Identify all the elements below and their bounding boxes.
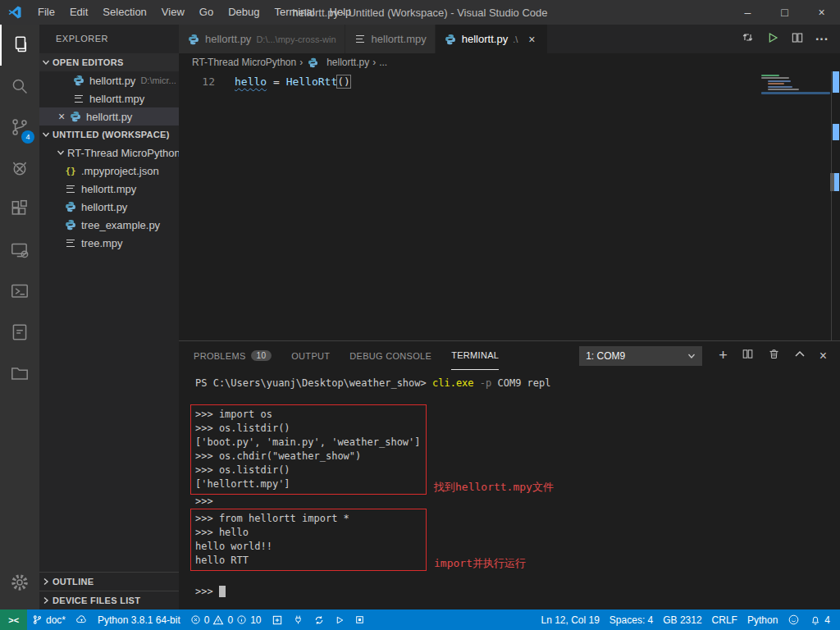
open-editor-item[interactable]: hellortt.py D:\micr... (39, 71, 179, 89)
close-panel-icon[interactable]: × (819, 349, 827, 363)
folder-icon[interactable] (0, 353, 39, 394)
remote-device-icon[interactable] (0, 230, 39, 271)
maximize-panel-icon[interactable] (794, 349, 806, 363)
terminal-instance-select[interactable]: 1: COM9 (579, 346, 702, 366)
settings-gear-icon[interactable] (0, 562, 39, 603)
menu-selection[interactable]: Selection (95, 0, 153, 25)
remote-indicator[interactable]: >< (0, 609, 27, 630)
scrollbar-thumb[interactable] (830, 173, 834, 191)
notification-count: 4 (824, 614, 830, 626)
problems-status[interactable]: 0 0 10 (185, 609, 267, 630)
sync-download-icon[interactable] (741, 30, 755, 48)
tab-debug-console[interactable]: DEBUG CONSOLE (349, 341, 431, 370)
menu-view[interactable]: View (154, 0, 192, 25)
git-branch-status[interactable]: doc* (27, 609, 71, 630)
split-editor-icon[interactable] (791, 31, 804, 48)
sync-cloud-icon[interactable] (71, 609, 93, 630)
menu-file[interactable]: File (30, 0, 62, 25)
indentation-status[interactable]: Spaces: 4 (605, 609, 658, 630)
tab-hellortt-mpy[interactable]: hellortt.mpy (345, 25, 436, 53)
cursor-position-status[interactable]: Ln 12, Col 19 (536, 609, 604, 630)
run-play-icon[interactable] (766, 31, 779, 48)
explorer-sidebar: EXPLORER OPEN EDITORS hellortt.py D:\mic… (39, 25, 179, 609)
plug-connect-icon[interactable] (288, 609, 308, 630)
split-terminal-icon[interactable] (742, 348, 754, 363)
explorer-icon[interactable] (0, 25, 39, 66)
run-play-status-icon[interactable] (330, 609, 349, 630)
device-files-section[interactable]: DEVICE FILES LIST (39, 591, 179, 609)
problems-badge: 10 (251, 350, 272, 361)
terminal-powershell-icon[interactable] (0, 271, 39, 312)
extensions-icon[interactable] (0, 189, 39, 230)
close-icon[interactable]: × (54, 110, 69, 123)
menu-edit[interactable]: Edit (62, 0, 95, 25)
code-token-callee: HelloRtt (286, 75, 338, 88)
menu-help[interactable]: Help (322, 0, 359, 25)
bell-icon (810, 614, 821, 626)
source-control-icon[interactable]: 4 (0, 107, 39, 148)
more-actions-icon[interactable]: ··· (815, 32, 829, 47)
sidebar-title: EXPLORER (39, 25, 179, 53)
repl-prompt: >>> (195, 495, 840, 509)
outline-section[interactable]: OUTLINE (39, 572, 179, 591)
minimize-button[interactable]: – (729, 0, 766, 25)
debug-icon[interactable] (0, 148, 39, 189)
eol-status[interactable]: CRLF (707, 609, 742, 630)
open-editors-header[interactable]: OPEN EDITORS (39, 53, 179, 71)
repl-input-line[interactable]: >>> (195, 585, 840, 599)
search-icon[interactable] (0, 66, 39, 107)
chevron-right-icon (39, 575, 52, 588)
menu-terminal[interactable]: Terminal (267, 0, 322, 25)
mpy-file-icon (354, 35, 367, 43)
tree-file-item[interactable]: hellortt.py (39, 198, 179, 216)
terminal-select-value: 1: COM9 (586, 350, 625, 362)
new-terminal-icon[interactable]: + (719, 347, 728, 364)
kill-terminal-trash-icon[interactable] (768, 348, 780, 363)
folder-label: RT-Thread MicroPython (67, 147, 179, 159)
file-label: hellortt.mpy (89, 93, 144, 105)
minimap[interactable] (758, 73, 830, 95)
tree-file-item[interactable]: {} .mpyproject.json (39, 162, 179, 180)
tree-file-item[interactable]: tree.mpy (39, 234, 179, 252)
menu-debug[interactable]: Debug (221, 0, 267, 25)
tree-file-item[interactable]: tree_example.py (39, 216, 179, 234)
close-tab-icon[interactable]: × (524, 33, 539, 46)
tab-problems[interactable]: PROBLEMS 10 (194, 341, 272, 370)
encoding-status[interactable]: GB 2312 (658, 609, 706, 630)
terminal-output[interactable]: PS C:\Users\yuanj\Desktop\weather_show> … (179, 370, 840, 609)
overview-ruler[interactable] (831, 71, 840, 340)
stop-square-icon[interactable] (349, 609, 370, 630)
breadcrumb-root[interactable]: RT-Thread MicroPython (192, 57, 296, 68)
tab-hellortt-py-active[interactable]: hellortt.py .\ × (436, 25, 549, 53)
breadcrumb[interactable]: RT-Thread MicroPython › hellortt.py › ..… (179, 53, 840, 71)
close-window-button[interactable]: × (803, 0, 840, 25)
terminal-cursor (219, 586, 226, 597)
code-token-parens: () (337, 75, 350, 88)
chevron-right-icon: › (372, 57, 376, 68)
tab-hellortt-py-external[interactable]: hellortt.py D:\...\mpy-cross-win (179, 25, 345, 53)
open-editor-item-active[interactable]: × hellortt.py (39, 107, 179, 126)
tree-file-item[interactable]: hellortt.mpy (39, 180, 179, 198)
language-mode-status[interactable]: Python (742, 609, 783, 630)
code-line-12: 12 hello = HelloRtt() (179, 74, 840, 89)
tab-label: hellortt.py (205, 33, 251, 45)
mpy-file-icon (64, 185, 77, 193)
notes-file-icon[interactable] (0, 312, 39, 353)
file-label: hellortt.py (81, 201, 127, 213)
folder-rt-thread[interactable]: RT-Thread MicroPython (39, 144, 179, 162)
maximize-button[interactable]: □ (766, 0, 803, 25)
breadcrumb-symbol[interactable]: ... (379, 57, 387, 68)
feedback-smiley-icon[interactable] (783, 609, 805, 630)
workspace-header[interactable]: UNTITLED (WORKSPACE) (39, 126, 179, 144)
menu-go[interactable]: Go (192, 0, 221, 25)
tab-output[interactable]: OUTPUT (291, 341, 330, 370)
code-editor[interactable]: 12 hello = HelloRtt() (179, 71, 840, 340)
breadcrumb-file[interactable]: hellortt.py (326, 57, 369, 68)
boxed-plus-icon[interactable] (267, 609, 288, 630)
tab-terminal[interactable]: TERMINAL (451, 341, 499, 370)
refresh-sync-icon[interactable] (308, 609, 330, 630)
open-editor-item[interactable]: hellortt.mpy (39, 89, 179, 107)
notifications-bell[interactable]: 4 (805, 609, 840, 630)
repl-line: hello world!! (195, 540, 426, 554)
python-interpreter-status[interactable]: Python 3.8.1 64-bit (93, 609, 185, 630)
